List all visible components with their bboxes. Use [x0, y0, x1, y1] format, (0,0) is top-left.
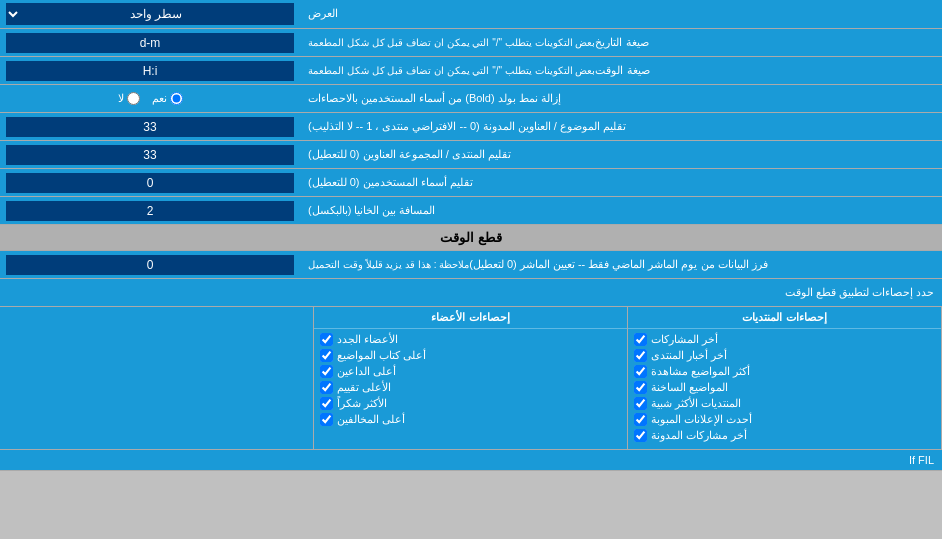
display-input-area: سطر واحد سطور متعددة	[0, 0, 300, 28]
date-format-input-area	[0, 29, 300, 56]
cb-new-members-checkbox[interactable]	[320, 333, 333, 346]
cb-similar-forums-label: المنتديات الأكثر شبية	[651, 397, 741, 410]
spacing-row: المسافة بين الخانيا (بالبكسل)	[0, 197, 942, 225]
cb-new-members-label: الأعضاء الجدد	[337, 333, 398, 346]
display-row: العرض سطر واحد سطور متعددة	[0, 0, 942, 29]
cb-most-thanked-checkbox[interactable]	[320, 397, 333, 410]
username-trim-label: تقليم أسماء المستخدمين (0 للتعطيل)	[300, 169, 942, 196]
username-trim-input[interactable]	[6, 173, 294, 193]
display-select[interactable]: سطر واحد سطور متعددة	[6, 3, 294, 25]
username-trim-input-area	[0, 169, 300, 196]
time-cut-row: فرز البيانات من يوم الماشر الماضي فقط --…	[0, 251, 942, 279]
time-format-input-area	[0, 57, 300, 84]
cb-top-writers-label: أعلى كتاب المواضيع	[337, 349, 426, 362]
cb-top-inviters-label: أعلى الداعين	[337, 365, 396, 378]
cb-last-posts: أخر المشاركات	[634, 333, 935, 346]
forum-trim-label: تقليم المنتدى / المجموعة العناوين (0 للت…	[300, 141, 942, 168]
cb-top-rated: الأعلى تقييم	[320, 381, 621, 394]
cb-blog-posts-label: أخر مشاركات المدونة	[651, 429, 747, 442]
cb-classifieds-label: أحدث الإعلانات المبوبة	[651, 413, 752, 426]
limit-label: حدد إحصاءات لتطبيق قطع الوقت	[8, 286, 934, 299]
time-format-label: صيغة الوقت بعض التكوينات يتطلب "/" التي …	[300, 57, 942, 84]
subject-trim-input[interactable]	[6, 117, 294, 137]
username-trim-row: تقليم أسماء المستخدمين (0 للتعطيل)	[0, 169, 942, 197]
time-cut-label: فرز البيانات من يوم الماشر الماضي فقط --…	[300, 251, 942, 278]
members-stats-items: الأعضاء الجدد أعلى كتاب المواضيع أعلى ال…	[314, 329, 627, 433]
cb-most-thanked: الأكثر شكراً	[320, 397, 621, 410]
cb-blog-posts-checkbox[interactable]	[634, 429, 647, 442]
limit-row: حدد إحصاءات لتطبيق قطع الوقت	[0, 279, 942, 307]
cb-hot-topics-label: المواضيع الساخنة	[651, 381, 728, 394]
cb-top-inviters-checkbox[interactable]	[320, 365, 333, 378]
time-format-row: صيغة الوقت بعض التكوينات يتطلب "/" التي …	[0, 57, 942, 85]
cb-classifieds: أحدث الإعلانات المبوبة	[634, 413, 935, 426]
date-format-label: صيغة التاريخ بعض التكوينات يتطلب "/" الت…	[300, 29, 942, 56]
time-format-input[interactable]	[6, 61, 294, 81]
forum-trim-input[interactable]	[6, 145, 294, 165]
spacing-input-area	[0, 197, 300, 224]
forums-stats-title: إحصاءات المنتديات	[628, 307, 941, 329]
bold-yes-radio[interactable]	[170, 92, 183, 105]
cb-last-posts-label: أخر المشاركات	[651, 333, 718, 346]
cb-top-violators: أعلى المخالفين	[320, 413, 621, 426]
forums-stats-items: أخر المشاركات أخر أخبار المنتدى أكثر الم…	[628, 329, 941, 449]
forums-stats-panel: إحصاءات المنتديات أخر المشاركات أخر أخبا…	[628, 307, 942, 449]
cb-new-members: الأعضاء الجدد	[320, 333, 621, 346]
cb-similar-forums: المنتديات الأكثر شبية	[634, 397, 935, 410]
cb-forum-news: أخر أخبار المنتدى	[634, 349, 935, 362]
forum-trim-row: تقليم المنتدى / المجموعة العناوين (0 للت…	[0, 141, 942, 169]
cb-top-violators-label: أعلى المخالفين	[337, 413, 405, 426]
cb-top-rated-checkbox[interactable]	[320, 381, 333, 394]
subject-trim-label: تقليم الموضوع / العناوين المدونة (0 -- ا…	[300, 113, 942, 140]
cb-top-inviters: أعلى الداعين	[320, 365, 621, 378]
spacing-input[interactable]	[6, 201, 294, 221]
time-cut-input[interactable]	[6, 255, 294, 275]
cb-blog-posts: أخر مشاركات المدونة	[634, 429, 935, 442]
checkboxes-section: إحصاءات المنتديات أخر المشاركات أخر أخبا…	[0, 307, 942, 450]
cb-forum-news-checkbox[interactable]	[634, 349, 647, 362]
left-panel-items	[0, 307, 313, 315]
bold-remove-label: إزالة نمط بولد (Bold) من أسماء المستخدمي…	[300, 85, 942, 112]
time-cut-input-area	[0, 251, 300, 278]
members-stats-panel: إحصاءات الأعضاء الأعضاء الجدد أعلى كتاب …	[314, 307, 628, 449]
cb-most-viewed: أكثر المواضيع مشاهدة	[634, 365, 935, 378]
bold-remove-radio-area: نعم لا	[0, 85, 300, 112]
cb-hot-topics: المواضيع الساخنة	[634, 381, 935, 394]
date-format-input[interactable]	[6, 33, 294, 53]
cb-top-violators-checkbox[interactable]	[320, 413, 333, 426]
forum-trim-input-area	[0, 141, 300, 168]
bottom-note: If FIL	[0, 450, 942, 471]
cb-most-viewed-label: أكثر المواضيع مشاهدة	[651, 365, 750, 378]
date-format-row: صيغة التاريخ بعض التكوينات يتطلب "/" الت…	[0, 29, 942, 57]
cb-top-rated-label: الأعلى تقييم	[337, 381, 391, 394]
subject-trim-input-area	[0, 113, 300, 140]
cb-most-viewed-checkbox[interactable]	[634, 365, 647, 378]
cb-forum-news-label: أخر أخبار المنتدى	[651, 349, 727, 362]
display-label: العرض	[300, 0, 942, 28]
bottom-note-text: If FIL	[909, 454, 934, 466]
bold-remove-row: إزالة نمط بولد (Bold) من أسماء المستخدمي…	[0, 85, 942, 113]
cb-top-writers-checkbox[interactable]	[320, 349, 333, 362]
time-cut-header: قطع الوقت	[0, 225, 942, 251]
bold-yes-label[interactable]: نعم	[152, 92, 183, 105]
bold-no-radio[interactable]	[127, 92, 140, 105]
cb-most-thanked-label: الأكثر شكراً	[337, 397, 387, 410]
bold-no-label[interactable]: لا	[118, 92, 140, 105]
subject-trim-row: تقليم الموضوع / العناوين المدونة (0 -- ا…	[0, 113, 942, 141]
cb-similar-forums-checkbox[interactable]	[634, 397, 647, 410]
cb-top-writers: أعلى كتاب المواضيع	[320, 349, 621, 362]
cb-hot-topics-checkbox[interactable]	[634, 381, 647, 394]
members-stats-title: إحصاءات الأعضاء	[314, 307, 627, 329]
spacing-label: المسافة بين الخانيا (بالبكسل)	[300, 197, 942, 224]
cb-classifieds-checkbox[interactable]	[634, 413, 647, 426]
cb-last-posts-checkbox[interactable]	[634, 333, 647, 346]
left-panel	[0, 307, 314, 449]
